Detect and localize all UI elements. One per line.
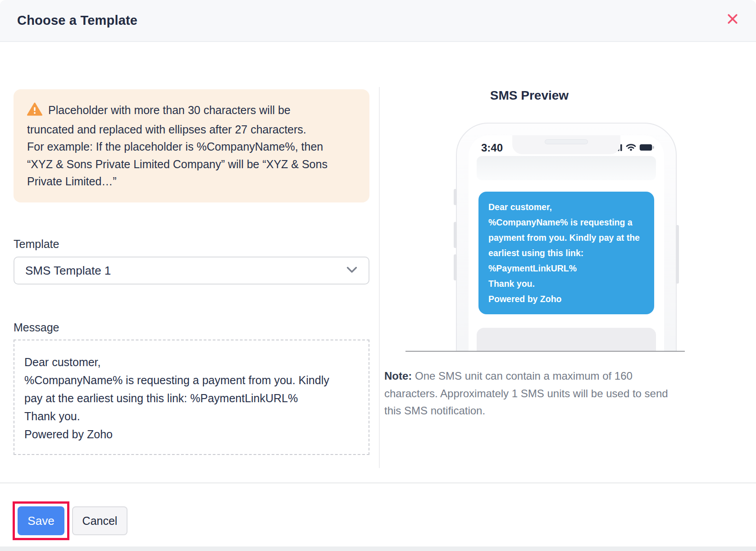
template-select[interactable]: SMS Template 1 [14, 257, 369, 285]
message-textarea: Dear customer, %CompanyName% is requesti… [14, 340, 369, 455]
phone-volume-down-button [454, 254, 457, 280]
phone-volume-up-button [454, 222, 457, 248]
sms-message-bubble: Dear customer, %CompanyName% is requesti… [478, 192, 654, 314]
message-text: Dear customer, %CompanyName% is requesti… [24, 356, 329, 441]
note-text: One SMS unit can contain a maximum of 16… [384, 370, 668, 417]
phone-speaker [545, 139, 588, 144]
choose-template-modal: Choose a Template Placeholder with more … [0, 0, 756, 551]
phone-mockup: 3:40 [456, 123, 677, 352]
app-bar-placeholder [477, 156, 656, 180]
chevron-down-icon [346, 266, 358, 276]
column-divider [379, 87, 380, 468]
close-icon [726, 13, 739, 27]
phone-notch [512, 135, 620, 154]
modal-header: Choose a Template [0, 0, 756, 42]
close-button[interactable] [725, 13, 740, 27]
modal-title: Choose a Template [17, 0, 137, 41]
wifi-icon [626, 143, 636, 153]
message-label: Message [14, 321, 59, 334]
page-bottom-strip [0, 546, 756, 551]
save-highlight-annotation: Save [13, 501, 69, 540]
sms-note: Note: One SMS unit can contain a maximum… [384, 367, 709, 420]
note-label: Note: [384, 370, 412, 382]
warning-text: Placeholder with more than 30 characters… [27, 104, 328, 188]
phone-power-button [676, 225, 679, 284]
template-label: Template [14, 238, 59, 251]
save-button[interactable]: Save [18, 506, 64, 535]
phone-mute-switch [454, 189, 457, 205]
warning-banner: Placeholder with more than 30 characters… [14, 89, 369, 202]
message-placeholder [477, 328, 656, 352]
phone-preview: 3:40 [405, 115, 685, 352]
warning-triangle-icon [27, 102, 42, 121]
template-select-value: SMS Template 1 [25, 264, 346, 278]
phone-screen: 3:40 [469, 135, 664, 352]
status-time: 3:40 [481, 142, 503, 154]
cancel-button[interactable]: Cancel [72, 506, 128, 535]
footer-divider [0, 482, 756, 483]
sms-preview-title: SMS Preview [394, 88, 665, 103]
battery-icon [639, 144, 654, 153]
